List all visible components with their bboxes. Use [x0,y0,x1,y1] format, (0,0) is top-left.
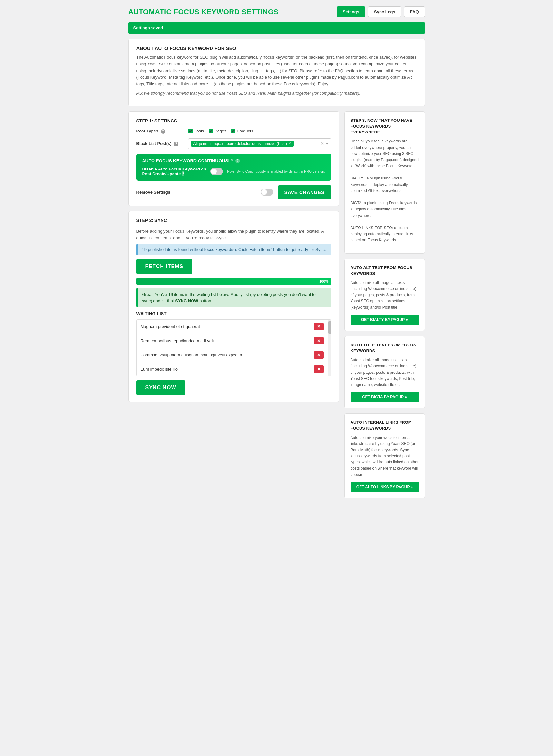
bigta-card: AUTO TITLE TEXT FROM FOCUS KEYWORDS Auto… [344,336,425,408]
remove-settings-label: Remove Settings [136,190,170,195]
get-autolinks-button[interactable]: GET AUTO LINKS BY PAGUP » [350,482,419,492]
dropdown-icon[interactable]: ▾ [326,141,328,146]
step1-card: STEP 1: SETTINGS Post Types ? Posts [128,111,339,206]
notice-text: Settings saved. [134,25,164,30]
fetch-info-box: 19 published items found without focus k… [136,244,331,255]
bialty-title: AUTO ALT TEXT FROM FOCUS KEYWORDS [350,265,419,277]
waiting-list-item: Eum impedit iste illo ✕ [137,362,328,376]
sync-info-box: Great. You've 19 items in the waiting li… [136,288,331,307]
remove-settings-toggle[interactable] [260,189,273,196]
bigta-title: AUTO TITLE TEXT FROM FOCUS KEYWORDS [350,342,419,354]
item-text: Eum impedit iste illo [141,367,178,372]
page-title: AUTOMATIC FOCUS KEYWORD SETTINGS [128,8,279,16]
autolinks-title: AUTO INTERNAL LINKS FROM FOCUS KEYWORDS [350,419,419,431]
blacklist-tag: Aliquam numquam porro delectus quas cumq… [191,141,294,147]
post-types-row: Post Types ? Posts Pages [136,128,331,134]
bialty-text: Auto optimize all image alt texts (inclu… [350,280,419,311]
about-card: ABOUT AUTO FOCUS KEYWORD FOR SEO The Aut… [128,39,425,106]
scroll-thumb [328,321,331,334]
header-nav: Settings Sync Logs FAQ [337,6,425,17]
autolinks-card: AUTO INTERNAL LINKS FROM FOCUS KEYWORDS … [344,413,425,498]
get-bigta-button[interactable]: GET BIGTA BY PAGUP » [350,392,419,402]
blacklist-help-icon[interactable]: ? [174,142,178,146]
delete-item-2[interactable]: ✕ [314,351,324,359]
blacklist-label: Black List Post(s) ? [136,141,188,146]
step2-description: Before adding your Focus Keywords, you s… [136,228,331,242]
clear-icon[interactable]: ✕ [320,141,324,146]
disable-label: Disable Auto Focus Keyword on Post Creat… [142,167,207,176]
page-header: AUTOMATIC FOCUS KEYWORD SETTINGS Setting… [128,6,425,17]
sync-logs-tab[interactable]: Sync Logs [368,6,401,17]
post-types-help-icon[interactable]: ? [161,129,165,134]
save-row: SAVE CHANGES [260,185,331,199]
disable-help-icon[interactable]: ? [182,171,184,176]
main-layout: STEP 1: SETTINGS Post Types ? Posts [128,111,425,503]
get-bialty-button[interactable]: GET BIALTY BY PAGUP » [350,314,419,325]
auto-focus-row: Disable Auto Focus Keyword on Post Creat… [142,167,325,176]
item-text: Rem temporibus repudiandae modi velit [141,339,215,343]
posts-checkbox-item[interactable]: Posts [188,128,205,133]
waiting-list-item: Magnam provident et et quaerat ✕ [137,320,328,334]
step3-card: STEP 3: NOW THAT YOU HAVE FOCUS KEYWORDS… [344,111,425,254]
checkbox-group: Posts Pages Products [188,128,253,133]
autolinks-text: Auto optimize your website internal link… [350,435,419,478]
blacklist-input[interactable]: Aliquam numquam porro delectus quas cumq… [188,138,331,149]
main-left: STEP 1: SETTINGS Post Types ? Posts [128,111,339,407]
about-body1: The Automatic Focus keyword for SEO plug… [136,54,417,88]
auto-focus-help-icon[interactable]: ? [235,159,240,163]
item-text: Magnam provident et et quaerat [141,324,200,329]
waiting-list-wrapper: Magnam provident et et quaerat ✕ Rem tem… [136,319,331,376]
waiting-list-title: WAITING LIST [136,311,331,316]
progress-label: 100% [319,279,328,283]
remove-toggle-slider [260,189,273,196]
pages-label: Pages [215,128,226,133]
scrollbar[interactable] [328,320,331,376]
bialty-card: AUTO ALT TEXT FROM FOCUS KEYWORDS Auto o… [344,259,425,331]
auto-focus-title: AUTO FOCUS KEYWORD CONTINUOUSLY ? [142,158,325,163]
posts-label: Posts [194,128,205,133]
blacklist-row: Black List Post(s) ? Aliquam numquam por… [136,138,331,149]
toggle-slider [210,168,223,175]
right-sidebar: STEP 3: NOW THAT YOU HAVE FOCUS KEYWORDS… [344,111,425,503]
post-types-label: Post Types ? [136,128,188,134]
remove-tag-icon[interactable]: ✕ [288,141,291,146]
tag-input-controls: ✕ ▾ [320,141,328,146]
step3-text: Once all your focus keywords are added e… [350,138,419,243]
waiting-list: Magnam provident et et quaerat ✕ Rem tem… [137,320,328,376]
step2-card: STEP 2: SYNC Before adding your Focus Ke… [128,211,339,402]
posts-checkbox[interactable] [188,129,192,133]
waiting-list-item: Rem temporibus repudiandae modi velit ✕ [137,334,328,348]
about-title: ABOUT AUTO FOCUS KEYWORD FOR SEO [136,45,417,51]
pages-checkbox-item[interactable]: Pages [209,128,226,133]
progress-bar: 100% [136,278,331,285]
products-checkbox[interactable] [231,129,235,133]
delete-item-1[interactable]: ✕ [314,337,324,345]
progress-bar-fill: 100% [136,278,331,285]
delete-item-3[interactable]: ✕ [314,365,324,373]
item-text: Commodi voluptatem quisquam odit fugit v… [141,353,242,357]
settings-tab[interactable]: Settings [337,6,365,17]
save-changes-button[interactable]: SAVE CHANGES [278,185,331,199]
step1-title: STEP 1: SETTINGS [136,118,331,123]
delete-item-0[interactable]: ✕ [314,323,324,330]
sync-now-button[interactable]: SYNC NOW [136,380,185,395]
step2-title: STEP 2: SYNC [136,218,331,223]
about-body2: PS: we strongly recommend that you do no… [136,90,417,97]
products-label: Products [237,128,253,133]
fetch-items-button[interactable]: FETCH ITEMS [136,259,192,274]
pages-checkbox[interactable] [209,129,213,133]
waiting-list-item: Commodi voluptatem quisquam odit fugit v… [137,348,328,362]
bigta-text: Auto optimize all image title texts (inc… [350,357,419,388]
step3-title: STEP 3: NOW THAT YOU HAVE FOCUS KEYWORDS… [350,118,419,135]
remove-settings-row: Remove Settings SAVE CHANGES [136,185,331,199]
products-checkbox-item[interactable]: Products [231,128,253,133]
auto-focus-banner: AUTO FOCUS KEYWORD CONTINUOUSLY ? Disabl… [136,154,331,181]
disable-toggle[interactable] [210,168,223,175]
notice-bar: Settings saved. [128,22,425,33]
faq-tab[interactable]: FAQ [404,6,425,17]
note-text: Note: Sync Continuously is enabled by de… [227,170,325,173]
